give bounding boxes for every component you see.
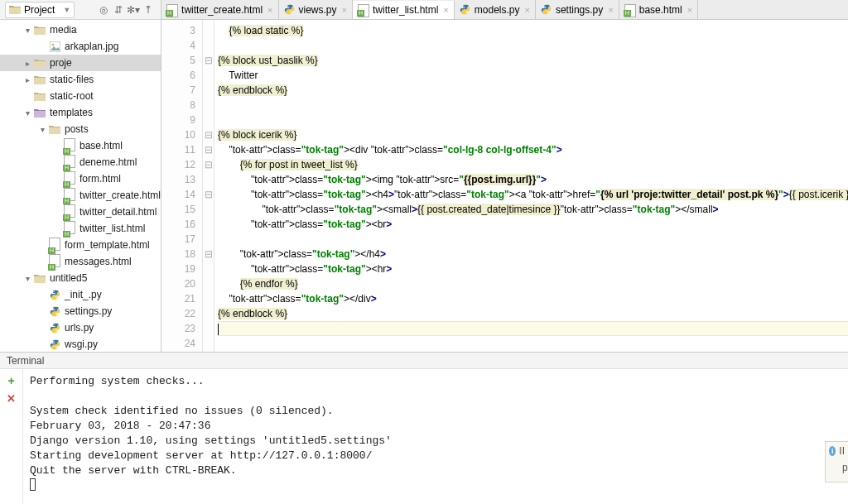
editor-tab[interactable]: models.py× <box>455 0 536 19</box>
tree-item[interactable]: arkaplan.jpg <box>0 38 161 55</box>
info-icon: i <box>829 446 836 456</box>
editor-area: twitter_create.html×views.py×twitter_lis… <box>161 0 848 352</box>
tree-item[interactable]: ▾untitled5 <box>0 270 161 286</box>
settings-gear-icon[interactable]: ✻▾ <box>126 2 141 17</box>
tab-label: twitter_list.html <box>373 4 438 16</box>
tree-item[interactable]: urls.py <box>0 319 161 336</box>
html-icon <box>63 173 76 185</box>
folder-icon <box>33 90 46 102</box>
line-gutter: 3456789101112131415161718192021222324 <box>161 20 203 352</box>
terminal-output[interactable]: Performing system checks... System check… <box>23 369 848 504</box>
tree-item-label: templates <box>50 107 93 118</box>
tree-item[interactable]: _init_.py <box>0 286 161 303</box>
svg-point-6 <box>53 324 54 324</box>
tree-item-label: static-files <box>50 74 94 85</box>
notification-popup[interactable]: iII p <box>825 441 848 482</box>
project-view-label: Project <box>24 4 55 16</box>
tree-item[interactable]: form_template.html <box>0 237 161 253</box>
tree-item-label: deneme.html <box>80 156 137 168</box>
tree-item[interactable]: settings.py <box>0 303 161 319</box>
hide-panel-icon[interactable]: ⤒ <box>141 2 156 17</box>
tree-item-label: posts <box>65 123 89 135</box>
tab-label: models.py <box>475 4 520 16</box>
tree-item-label: proje <box>50 57 72 69</box>
expander-icon[interactable]: ▸ <box>22 59 33 68</box>
project-icon <box>9 5 21 14</box>
tree-item[interactable]: ▾posts <box>0 121 161 137</box>
editor-tab[interactable]: views.py× <box>279 0 353 19</box>
html-icon <box>63 223 76 234</box>
collapse-all-icon[interactable]: ⇵ <box>111 2 126 17</box>
close-tab-icon[interactable]: × <box>608 5 613 15</box>
terminal-panel: Terminal + ✕ Performing system checks...… <box>0 353 848 504</box>
tree-item[interactable]: wsgi.py <box>0 336 161 352</box>
html-icon <box>358 4 369 16</box>
tree-item[interactable]: twitter_detail.html <box>0 204 161 220</box>
project-view-selector[interactable]: Project ▼ <box>5 2 75 18</box>
svg-point-1 <box>51 43 54 46</box>
tree-item[interactable]: ▾media <box>0 22 161 38</box>
terminal-header[interactable]: Terminal <box>0 353 848 369</box>
py-icon <box>541 4 552 16</box>
tree-item-label: twitter_detail.html <box>80 206 157 218</box>
tree-item[interactable]: messages.html <box>0 253 161 270</box>
html-icon <box>63 156 76 168</box>
html-icon <box>624 4 636 16</box>
close-tab-icon[interactable]: × <box>524 5 529 15</box>
close-tab-icon[interactable]: × <box>687 5 692 15</box>
close-tab-icon[interactable]: × <box>267 5 272 15</box>
tree-item-label: untitled5 <box>50 272 87 284</box>
tree-item-label: urls.py <box>65 322 94 334</box>
svg-point-13 <box>465 12 466 12</box>
project-sidebar: Project ▼ ◎ ⇵ ✻▾ ⤒ ▾mediaarkaplan.jpg▸pr… <box>0 0 161 352</box>
svg-point-10 <box>287 5 288 6</box>
tree-item[interactable]: ▸proje <box>0 55 161 71</box>
tab-label: base.html <box>639 4 682 16</box>
svg-point-15 <box>547 12 547 12</box>
target-icon[interactable]: ◎ <box>96 2 111 17</box>
expander-icon[interactable]: ▸ <box>22 75 33 84</box>
svg-point-2 <box>53 290 54 291</box>
tree-item-label: form_template.html <box>65 239 150 251</box>
tab-label: views.py <box>299 4 337 16</box>
close-tab-icon[interactable]: × <box>342 5 347 15</box>
editor-tab[interactable]: twitter_list.html× <box>353 1 455 20</box>
new-terminal-icon[interactable]: + <box>7 374 14 387</box>
tree-item[interactable]: base.html <box>0 137 161 154</box>
expander-icon[interactable]: ▾ <box>22 274 33 283</box>
tree-item[interactable]: ▸static-files <box>0 71 161 88</box>
expander-icon[interactable]: ▾ <box>36 125 48 134</box>
py-icon <box>48 305 61 317</box>
tree-item[interactable]: twitter_list.html <box>0 220 161 237</box>
tree-item[interactable]: deneme.html <box>0 154 161 170</box>
editor-tab[interactable]: twitter_create.html× <box>161 0 278 19</box>
tree-item-label: form.html <box>80 173 121 185</box>
sidebar-toolbar: Project ▼ ◎ ⇵ ✻▾ ⤒ <box>0 0 161 20</box>
project-tree[interactable]: ▾mediaarkaplan.jpg▸proje▸static-filessta… <box>0 20 161 352</box>
code-editor[interactable]: 3456789101112131415161718192021222324 ⊟⊟… <box>161 20 848 352</box>
tree-item-label: messages.html <box>65 256 132 267</box>
terminal-side-toolbar: + ✕ <box>0 369 23 504</box>
tree-item[interactable]: static-root <box>0 88 161 104</box>
svg-point-12 <box>463 5 464 6</box>
expander-icon[interactable]: ▾ <box>22 108 33 118</box>
tree-item[interactable]: form.html <box>0 170 161 187</box>
folder-purple-icon <box>33 107 46 118</box>
html-icon <box>63 206 76 218</box>
tab-label: settings.py <box>556 4 603 16</box>
code-content[interactable]: {% load static %} {% block ust_baslik %}… <box>214 20 848 352</box>
editor-tab[interactable]: settings.py× <box>536 0 619 19</box>
py-icon <box>48 338 61 350</box>
tree-item[interactable]: twitter_create.html <box>0 187 161 204</box>
tree-item[interactable]: ▾templates <box>0 104 161 121</box>
py-icon <box>48 322 61 334</box>
editor-tabs: twitter_create.html×views.py×twitter_lis… <box>161 0 848 20</box>
py-icon <box>284 4 296 16</box>
svg-point-14 <box>544 5 545 6</box>
close-tab-icon[interactable]: × <box>443 5 448 15</box>
editor-tab[interactable]: base.html× <box>619 0 698 19</box>
expander-icon[interactable]: ▾ <box>22 26 33 35</box>
close-terminal-icon[interactable]: ✕ <box>7 392 16 405</box>
fold-gutter[interactable]: ⊟⊟⊟⊟⊟⊟ <box>203 20 214 352</box>
py-icon <box>48 289 61 300</box>
